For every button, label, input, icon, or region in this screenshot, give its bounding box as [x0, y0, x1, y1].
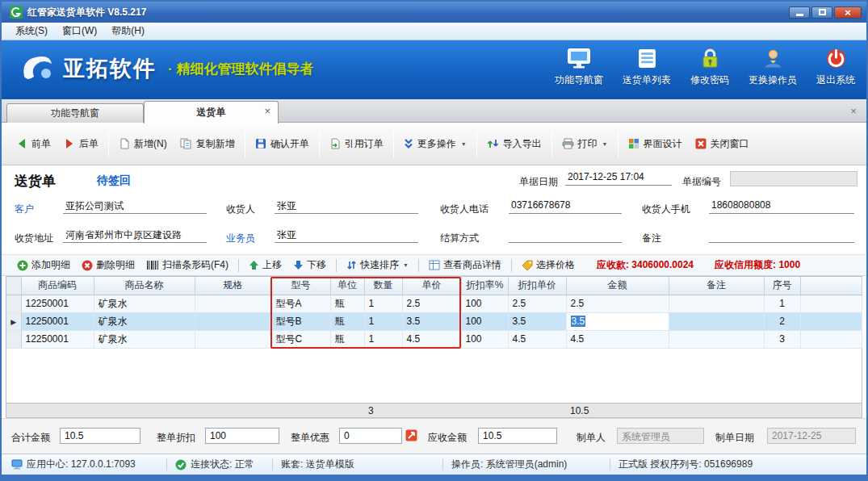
change-password-button[interactable]: 修改密码: [690, 48, 729, 87]
tabbar-close-icon[interactable]: ×: [847, 105, 860, 118]
grid-cell[interactable]: 型号B: [271, 312, 330, 330]
more-operations-button[interactable]: 更多操作▼: [397, 132, 473, 156]
grid-cell[interactable]: 型号C: [271, 330, 330, 348]
grid-cell[interactable]: 3.5: [508, 312, 566, 330]
add-detail-button[interactable]: 添加明细: [11, 257, 76, 274]
ui-design-button[interactable]: 界面设计: [622, 132, 689, 156]
whole-discount-input[interactable]: 100: [205, 428, 279, 444]
minimize-button[interactable]: [789, 6, 810, 19]
grid-cell[interactable]: 2: [764, 312, 800, 330]
menu-help[interactable]: 帮助(H): [104, 23, 152, 40]
customer-label[interactable]: 客户: [15, 203, 34, 216]
menu-system[interactable]: 系统(S): [8, 23, 55, 40]
grid-cell[interactable]: 4.5: [402, 330, 461, 348]
import-export-button[interactable]: 导入导出: [480, 132, 548, 156]
grid-cell-editing[interactable]: 3.5: [566, 312, 669, 330]
prev-doc-button[interactable]: 前单: [10, 132, 57, 156]
exit-system-button[interactable]: 退出系统: [816, 48, 855, 87]
grid-cell[interactable]: 矿泉水: [94, 330, 195, 348]
grid-cell[interactable]: [669, 330, 764, 348]
col-header-discount-price[interactable]: 折扣单价: [508, 277, 566, 295]
total-amount-input[interactable]: 10.5: [60, 428, 140, 444]
grid-cell[interactable]: 12250001: [21, 330, 94, 348]
close-button[interactable]: ×: [834, 6, 862, 19]
grid-cell[interactable]: 瓶: [330, 295, 364, 312]
quick-sort-button[interactable]: 快速排序▼: [341, 257, 414, 274]
grid-row-selected[interactable]: ▶ 12250001 矿泉水 型号B 瓶 1 3.5 100 3.5 3.5 2: [6, 312, 862, 330]
new-button[interactable]: 新增(N): [112, 132, 174, 156]
col-header-price[interactable]: 单价: [402, 277, 461, 295]
tab-close-icon[interactable]: ×: [264, 106, 270, 116]
col-header-product-name[interactable]: 商品名称: [94, 277, 195, 295]
grid-cell[interactable]: 矿泉水: [94, 312, 195, 330]
apply-discount-button[interactable]: [405, 429, 417, 441]
grid-cell[interactable]: 2.5: [508, 295, 566, 312]
col-header-spec[interactable]: 规格: [195, 277, 271, 295]
copy-new-button[interactable]: 复制新增: [174, 132, 241, 156]
maximize-button[interactable]: [811, 6, 832, 19]
grid-cell[interactable]: [669, 312, 764, 330]
quote-order-button[interactable]: 引用订单: [323, 132, 390, 156]
grid-cell[interactable]: 12250001: [21, 312, 94, 330]
grid-cell[interactable]: 2.5: [566, 295, 669, 312]
tab-delivery-note[interactable]: 送货单 ×: [144, 101, 279, 123]
col-header-amount[interactable]: 金额: [566, 277, 669, 295]
col-header-product-code[interactable]: 商品编码: [21, 277, 94, 295]
col-header-model[interactable]: 型号: [271, 277, 330, 295]
col-header-unit[interactable]: 单位: [330, 277, 364, 295]
col-header-discount-rate[interactable]: 折扣率%: [461, 277, 508, 295]
whole-reduce-input[interactable]: 0: [339, 428, 402, 444]
grid-cell[interactable]: 3: [764, 330, 800, 348]
grid-cell[interactable]: 瓶: [330, 312, 364, 330]
receiver-mobile-field[interactable]: 18608080808: [709, 199, 854, 214]
grid-cell[interactable]: 4.5: [566, 330, 669, 348]
move-up-button[interactable]: 上移: [243, 257, 287, 274]
col-header-seq[interactable]: 序号: [764, 277, 800, 295]
grid-cell[interactable]: 100: [461, 312, 508, 330]
delete-detail-button[interactable]: 删除明细: [76, 257, 140, 274]
print-button[interactable]: 打印▼: [556, 132, 614, 156]
grid-cell[interactable]: 1: [364, 312, 402, 330]
grid-cell[interactable]: [195, 295, 271, 312]
receiver-phone-field[interactable]: 03716678678: [509, 199, 622, 214]
move-down-button[interactable]: 下移: [287, 257, 332, 274]
grid-cell[interactable]: 100: [461, 295, 508, 312]
next-doc-button[interactable]: 后单: [57, 132, 105, 156]
remark-field[interactable]: [709, 228, 854, 243]
grid-cell[interactable]: 瓶: [330, 330, 364, 348]
nav-window-button[interactable]: 功能导航窗: [555, 48, 603, 87]
address-field[interactable]: 河南省郑州市中原区建设路: [63, 228, 207, 243]
switch-operator-button[interactable]: 更换操作员: [748, 48, 797, 87]
menu-window[interactable]: 窗口(W): [55, 23, 104, 40]
receivable-amount-input[interactable]: 10.5: [478, 428, 557, 444]
salesman-label[interactable]: 业务员: [226, 232, 255, 245]
col-header-remark[interactable]: 备注: [669, 277, 764, 295]
tab-nav-window[interactable]: 功能导航窗: [6, 103, 144, 123]
grid-cell[interactable]: [669, 295, 764, 312]
grid-cell[interactable]: 1: [364, 295, 402, 312]
grid-cell[interactable]: 12250001: [21, 295, 94, 312]
grid-cell[interactable]: 1: [364, 330, 402, 348]
grid-cell[interactable]: 3.5: [402, 312, 461, 330]
grid-cell[interactable]: [195, 330, 271, 348]
grid-cell[interactable]: 4.5: [508, 330, 566, 348]
scan-barcode-button[interactable]: 扫描条形码(F4): [140, 257, 234, 274]
grid-cell[interactable]: 100: [461, 330, 508, 348]
doc-date-field[interactable]: 2017-12-25 17:04: [565, 171, 672, 186]
receiver-field[interactable]: 张亚: [275, 199, 418, 214]
col-header-qty[interactable]: 数量: [364, 277, 402, 295]
close-window-button[interactable]: 关闭窗口: [689, 132, 756, 156]
select-price-button[interactable]: 选择价格: [516, 257, 581, 274]
grid-cell[interactable]: 型号A: [271, 295, 330, 312]
grid-cell[interactable]: 2.5: [402, 295, 461, 312]
customer-field[interactable]: 亚拓公司测试: [63, 199, 207, 214]
delivery-list-button[interactable]: 送货单列表: [623, 48, 671, 87]
view-product-detail-button[interactable]: 查看商品详情: [423, 257, 507, 274]
grid-row[interactable]: 12250001 矿泉水 型号A 瓶 1 2.5 100 2.5 2.5 1: [6, 295, 862, 312]
doc-no-field[interactable]: [730, 171, 858, 186]
grid-row[interactable]: 12250001 矿泉水 型号C 瓶 1 4.5 100 4.5 4.5 3: [6, 330, 862, 348]
confirm-open-button[interactable]: 确认开单: [249, 132, 316, 156]
grid-cell[interactable]: [195, 312, 271, 330]
settlement-field[interactable]: [509, 228, 622, 243]
grid-cell[interactable]: 矿泉水: [94, 295, 195, 312]
